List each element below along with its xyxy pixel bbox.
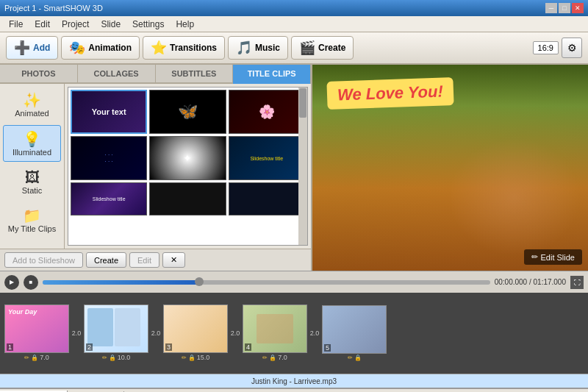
animated-icon: ✨ — [6, 91, 58, 109]
edit-pencil-icon: ✏ — [531, 252, 538, 262]
slide-thumb-5[interactable]: 5 — [322, 305, 387, 354]
aspect-ratio-area: 16:9 ⚙ — [533, 38, 582, 58]
clip-item-6[interactable]: Slideshow title — [229, 136, 305, 180]
main-area: PHOTOS COLLAGES SUBTITLES TITLE CLIPS ✨ … — [0, 65, 588, 271]
tabs-bar: PHOTOS COLLAGES SUBTITLES TITLE CLIPS — [0, 65, 311, 84]
transitions-icon: ⭐ — [151, 40, 167, 56]
toolbar: ➕ Add 🎭 Animation ⭐ Transitions 🎵 Music … — [0, 32, 588, 65]
clip-item-8[interactable] — [149, 182, 226, 215]
delete-clip-button[interactable]: ✕ — [162, 252, 185, 268]
tab-photos[interactable]: PHOTOS — [0, 65, 78, 84]
slide-thumb-3[interactable]: 3 — [163, 304, 228, 353]
music-track-label: Justin King - Larrivee.mp3 — [6, 377, 582, 385]
slide-item-1: Your Day 1 ✏ 🔒 7.0 — [4, 304, 69, 362]
butterfly-icon: 🦋 — [178, 102, 198, 121]
illuminated-icon: 💡 — [7, 130, 57, 148]
settings-gear-button[interactable]: ⚙ — [562, 38, 582, 58]
add-to-slideshow-button[interactable]: Add to Slideshow — [4, 252, 83, 268]
clip-item-3[interactable]: 🌸 — [229, 90, 305, 134]
minimize-button[interactable]: ─ — [545, 3, 557, 13]
playback-bar: ▶ ■ 00:00.000 / 01:17.000 ⛶ — [0, 271, 588, 293]
music-bar: Justin King - Larrivee.mp3 — [0, 374, 588, 388]
connector-1: 2.0 — [69, 329, 84, 337]
tab-collages[interactable]: COLLAGES — [78, 65, 156, 84]
clip-item-5[interactable]: ✦ — [149, 136, 226, 180]
my-clips-icon: 📁 — [6, 207, 58, 224]
category-my-title-clips[interactable]: 📁 My Title Clips — [3, 202, 61, 238]
slide-item-3: 3 ✏ 🔒 15.0 — [163, 304, 228, 362]
title-bar: Project 1 - SmartSHOW 3D ─ □ ✕ — [0, 0, 588, 16]
filmstrip: Your Day 1 ✏ 🔒 7.0 2.0 2 ✏ 🔒 10 — [0, 293, 588, 374]
menu-slide[interactable]: Slide — [95, 18, 126, 31]
preview-image: We Love You! ✏ Edit Slide — [312, 65, 588, 271]
flower-icon: 🌸 — [259, 104, 275, 120]
slide-item-2: 2 ✏ 🔒 10.0 — [84, 304, 148, 362]
close-button[interactable]: ✕ — [572, 3, 584, 13]
static-icon: 🖼 — [6, 169, 58, 186]
slide-thumb-2[interactable]: 2 — [84, 304, 148, 353]
we-love-you-text: We Love You! — [326, 77, 453, 110]
create-button[interactable]: 🎬 Create — [291, 36, 354, 60]
categories-sidebar: ✨ Animated 💡 Illuminated 🖼 Static 📁 My T… — [0, 84, 65, 249]
category-static[interactable]: 🖼 Static — [3, 165, 61, 199]
slide-thumb-1[interactable]: Your Day 1 — [4, 304, 69, 353]
connector-3: 2.0 — [228, 329, 243, 337]
slide-thumb-4[interactable]: 4 — [243, 304, 307, 353]
slide-item-4: 4 ✏ 🔒 7.0 — [243, 304, 307, 362]
category-illuminated[interactable]: 💡 Illuminated — [3, 125, 61, 162]
aspect-ratio-display[interactable]: 16:9 — [533, 41, 559, 54]
animation-button[interactable]: 🎭 Animation — [61, 36, 140, 60]
maximize-button[interactable]: □ — [559, 3, 570, 13]
time-display: 00:00.000 / 01:17.000 — [495, 278, 566, 286]
progress-handle[interactable] — [195, 277, 204, 286]
create-clip-button[interactable]: Create — [86, 252, 126, 268]
edit-clip-button[interactable]: Edit — [129, 252, 159, 268]
scrollbar-thumb — [299, 88, 306, 118]
stop-button[interactable]: ■ — [24, 275, 38, 290]
progress-bar[interactable] — [43, 280, 490, 285]
clip-item-7[interactable]: Slideshow title — [71, 182, 147, 215]
clips-grid-container: Your text 🦋 🌸 · · ·· · · ✦ — [68, 87, 308, 246]
transitions-button[interactable]: ⭐ Transitions — [143, 36, 225, 60]
edit-slide-button[interactable]: ✏ Edit Slide — [524, 249, 582, 265]
bottom-tabs-bar: Storyboard Timeline — [0, 388, 588, 392]
menu-bar: File Edit Project Slide Settings Help — [0, 16, 588, 32]
menu-help[interactable]: Help — [170, 18, 200, 31]
music-icon: 🎵 — [236, 40, 252, 56]
title-text: Project 1 - SmartSHOW 3D — [4, 4, 103, 13]
progress-fill — [43, 280, 199, 285]
add-icon: ➕ — [14, 40, 30, 56]
animation-icon: 🎭 — [69, 40, 85, 56]
category-animated[interactable]: ✨ Animated — [3, 87, 61, 122]
menu-project[interactable]: Project — [56, 18, 95, 31]
right-panel: We Love You! ✏ Edit Slide — [312, 65, 588, 271]
connector-4: 2.0 — [307, 329, 322, 337]
clip-item-2[interactable]: 🦋 — [149, 90, 226, 134]
music-button[interactable]: 🎵 Music — [228, 36, 288, 60]
create-icon: 🎬 — [299, 40, 315, 56]
menu-file[interactable]: File — [3, 18, 29, 31]
tab-subtitles[interactable]: SUBTITLES — [156, 65, 234, 84]
clips-scrollbar[interactable] — [298, 88, 307, 245]
fullscreen-button[interactable]: ⛶ — [570, 276, 584, 289]
connector-2: 2.0 — [148, 329, 163, 337]
panel-actions: Add to Slideshow Create Edit ✕ — [0, 249, 311, 271]
menu-settings[interactable]: Settings — [126, 18, 170, 31]
add-button[interactable]: ➕ Add — [6, 36, 58, 60]
family-highlight — [448, 138, 581, 256]
left-panel: PHOTOS COLLAGES SUBTITLES TITLE CLIPS ✨ … — [0, 65, 312, 271]
slide-item-5: 5 ✏ 🔒 — [322, 305, 387, 362]
clip-item-9[interactable] — [229, 182, 305, 215]
clip-item-1[interactable]: Your text — [71, 90, 147, 134]
play-button[interactable]: ▶ — [4, 275, 19, 290]
clip-item-4[interactable]: · · ·· · · — [71, 136, 147, 180]
clips-grid: Your text 🦋 🌸 · · ·· · · ✦ — [68, 88, 307, 218]
tab-title-clips[interactable]: TITLE CLIPS — [233, 65, 311, 84]
menu-edit[interactable]: Edit — [29, 18, 56, 31]
window-controls: ─ □ ✕ — [545, 3, 584, 13]
